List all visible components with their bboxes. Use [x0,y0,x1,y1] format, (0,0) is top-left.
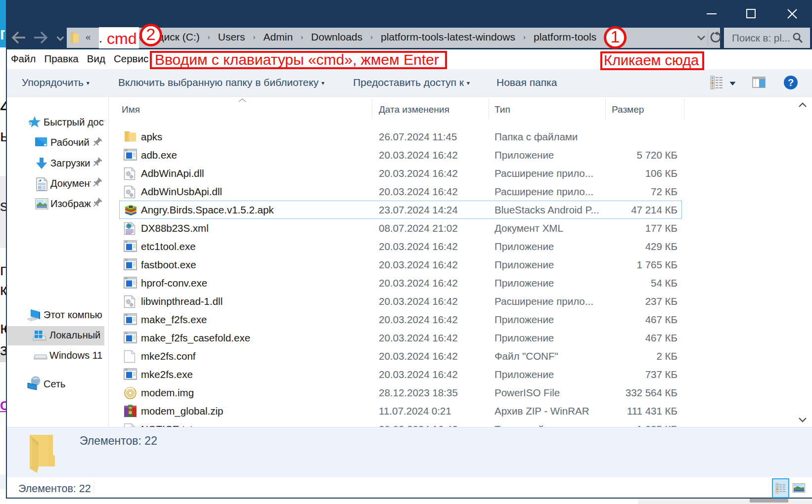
svg-text:?: ? [788,77,794,88]
